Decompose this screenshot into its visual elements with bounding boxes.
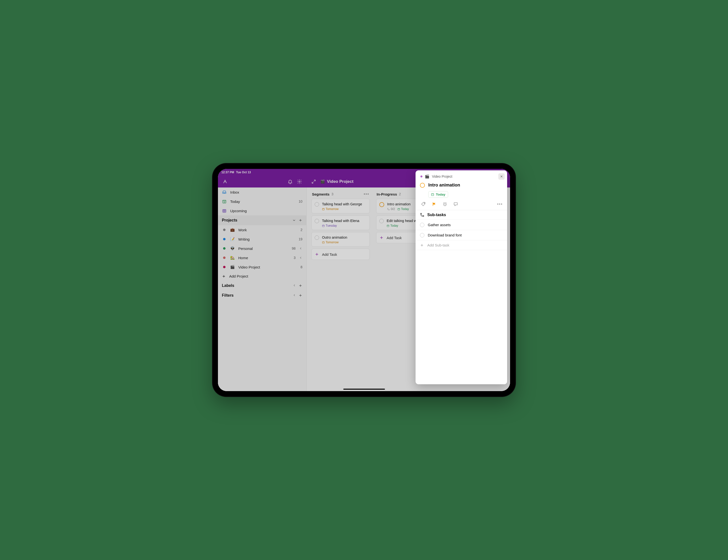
project-count: 2 — [300, 228, 302, 232]
comment-icon[interactable] — [453, 202, 458, 207]
settings-icon[interactable] — [295, 178, 304, 186]
complete-toggle[interactable] — [315, 219, 319, 223]
status-time: 12:37 PM — [221, 171, 234, 174]
add-subtask[interactable]: Add Sub-task — [416, 240, 507, 250]
svg-rect-18 — [387, 225, 389, 227]
task-title: Outro animation — [322, 235, 367, 240]
project-count: 3 — [294, 256, 296, 260]
task-detail-panel: 🎬 Video Project Intro animation Today — [416, 170, 507, 384]
svg-rect-19 — [431, 194, 434, 196]
sidebar-item-label: Inbox — [230, 190, 302, 194]
project-emoji: 🏡 — [230, 256, 235, 260]
svg-rect-11 — [223, 210, 226, 213]
sidebar-item-project[interactable]: 🏡Home3 — [218, 253, 306, 263]
project-emoji: 👽 — [230, 246, 235, 251]
due-date-chip[interactable]: Today — [428, 191, 448, 198]
board-column: Segments3•••Talking head with GeorgeTomo… — [311, 192, 370, 260]
column-count: 2 — [399, 192, 401, 196]
sidebar-section-projects[interactable]: Projects — [218, 216, 306, 225]
svg-point-8 — [299, 181, 300, 182]
chevron-left-icon[interactable] — [299, 256, 302, 260]
expand-icon[interactable] — [310, 178, 318, 186]
svg-text:13: 13 — [223, 201, 225, 203]
sidebar-item-project[interactable]: 💼Work2 — [218, 225, 306, 235]
sidebar: Inbox 13 Today 10 Upcoming Projects — [218, 188, 307, 391]
column-name: In-Progress — [377, 192, 397, 196]
status-date: Tue Oct 13 — [236, 171, 251, 174]
project-emoji: 🎬 — [230, 265, 235, 269]
sidebar-item-project[interactable]: 🎬Video Project8 — [218, 263, 306, 272]
complete-toggle[interactable] — [379, 219, 384, 223]
chevron-left-icon[interactable] — [293, 284, 296, 287]
complete-toggle[interactable] — [420, 223, 424, 227]
add-icon[interactable] — [298, 293, 302, 297]
task-due: Tuesday — [322, 224, 337, 228]
subtasks-header: Sub-tasks — [416, 210, 507, 220]
sidebar-item-label: Today — [230, 200, 295, 204]
sidebar-section-labels[interactable]: Labels — [218, 281, 306, 290]
sidebar-item-upcoming[interactable]: Upcoming — [218, 206, 306, 216]
task-card[interactable]: Outro animationTomorrow — [311, 232, 370, 247]
sidebar-item-project[interactable]: 📝Writing19 — [218, 235, 306, 244]
flag-icon[interactable] — [432, 202, 437, 207]
breadcrumb-label: Video Project — [432, 175, 452, 179]
detail-breadcrumb[interactable]: 🎬 Video Project — [416, 170, 507, 181]
task-due: Today — [387, 224, 398, 228]
plus-icon — [222, 275, 226, 278]
close-button[interactable] — [498, 173, 505, 180]
task-due: Tomorrow — [322, 207, 339, 211]
upcoming-icon — [222, 209, 227, 213]
svg-rect-14 — [322, 242, 324, 243]
chevron-left-icon[interactable] — [299, 247, 302, 250]
task-title[interactable]: Intro animation — [428, 183, 460, 188]
subtask-count: 0/2 — [387, 207, 395, 211]
tag-icon[interactable] — [421, 202, 426, 207]
subtask-row[interactable]: Gather assets — [416, 220, 507, 230]
subtasks-icon — [420, 213, 424, 217]
add-icon[interactable] — [298, 218, 302, 222]
complete-toggle[interactable] — [315, 202, 319, 207]
more-icon[interactable]: ••• — [497, 202, 503, 206]
subtask-row[interactable]: Download brand font — [416, 230, 507, 240]
chevron-left-icon[interactable] — [293, 293, 296, 297]
project-emoji: 📝 — [230, 237, 235, 241]
task-card[interactable]: Talking head with GeorgeTomorrow — [311, 199, 370, 214]
project-color-dot — [420, 176, 422, 178]
complete-toggle[interactable] — [420, 233, 424, 238]
project-color-dot — [222, 229, 227, 231]
home-icon[interactable] — [221, 178, 229, 186]
complete-toggle[interactable] — [420, 183, 425, 188]
chevron-down-icon[interactable] — [292, 218, 296, 222]
project-color-dot — [222, 247, 227, 250]
inbox-icon — [222, 190, 227, 194]
sidebar-item-project[interactable]: 👽Personal98 — [218, 244, 306, 253]
complete-toggle[interactable] — [379, 202, 384, 207]
notifications-icon[interactable] — [286, 178, 294, 186]
task-due: Tomorrow — [322, 241, 339, 244]
column-count: 3 — [332, 192, 334, 196]
svg-point-20 — [424, 203, 425, 204]
column-more-icon[interactable]: ••• — [364, 192, 369, 196]
complete-toggle[interactable] — [315, 236, 319, 240]
reminder-icon[interactable] — [442, 202, 447, 207]
svg-point-23 — [423, 216, 424, 217]
task-title: Talking head with Elena — [322, 219, 367, 223]
svg-rect-17 — [398, 208, 400, 210]
add-task-button[interactable]: Add Task — [311, 249, 370, 260]
sidebar-item-today[interactable]: 13 Today 10 — [218, 197, 306, 206]
sidebar-item-inbox[interactable]: Inbox — [218, 188, 306, 197]
add-task-label: Add Task — [387, 236, 402, 240]
subtask-title: Download brand font — [428, 233, 462, 237]
add-icon[interactable] — [298, 284, 302, 287]
task-card[interactable]: Talking head with ElenaTuesday — [311, 216, 370, 230]
project-color-dot — [222, 257, 227, 259]
sidebar-section-filters[interactable]: Filters — [218, 290, 306, 300]
svg-rect-12 — [322, 208, 324, 210]
project-count: 8 — [300, 265, 302, 269]
sidebar-item-label: Home — [238, 256, 290, 260]
add-project-label: Add Project — [229, 274, 248, 278]
add-task-label: Add Task — [322, 252, 337, 257]
add-project[interactable]: Add Project — [218, 272, 306, 281]
project-color-dot — [222, 238, 227, 240]
sidebar-item-label: Personal — [238, 247, 288, 251]
